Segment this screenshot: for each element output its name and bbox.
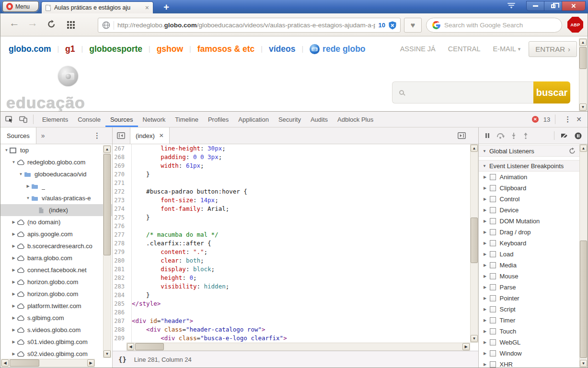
- collapsed-arrow-icon[interactable]: ▶: [11, 268, 17, 272]
- scrollbar-thumb[interactable]: [579, 47, 587, 69]
- checkbox[interactable]: [490, 328, 496, 334]
- show-drawer-icon[interactable]: [458, 132, 466, 139]
- scroll-down-button[interactable]: ▼: [104, 350, 111, 357]
- globo-nav-link-globo-com[interactable]: globo.com: [9, 44, 51, 54]
- sidebar-vertical-scrollbar[interactable]: ▲ ▼: [103, 145, 111, 358]
- listener-category-xhr[interactable]: ▶XHR: [479, 359, 579, 368]
- pretty-print-button[interactable]: {}: [118, 356, 127, 363]
- devtools-tab-profiles[interactable]: Profiles: [203, 112, 233, 127]
- source-tree-item-barra-globo-com[interactable]: ▶barra.globo.com: [0, 252, 112, 264]
- collapsed-arrow-icon[interactable]: ▶: [484, 318, 490, 322]
- checkbox[interactable]: [490, 350, 496, 356]
- globo-nav-link-rede-globo[interactable]: rede globo: [310, 44, 365, 54]
- scrollbar-thumb[interactable]: [471, 218, 478, 263]
- collapsed-arrow-icon[interactable]: ▶: [25, 184, 31, 188]
- collapsed-arrow-icon[interactable]: ▶: [11, 220, 17, 224]
- collapsed-arrow-icon[interactable]: ▶: [484, 351, 490, 356]
- collapsed-arrow-icon[interactable]: ▶: [484, 197, 490, 201]
- source-tree-item-globoeducacao-vid[interactable]: ▼globoeducacao/vid: [0, 168, 112, 180]
- source-tree-item-top[interactable]: ▼top: [0, 144, 112, 156]
- scroll-up-button[interactable]: ▲: [579, 39, 587, 46]
- listener-category-media[interactable]: ▶Media: [479, 260, 579, 271]
- sidebar-horizontal-scrollbar[interactable]: ◀ ▶: [1, 359, 95, 367]
- checkbox[interactable]: [490, 240, 496, 246]
- pause-script-icon[interactable]: [484, 133, 490, 138]
- site-search-input[interactable]: [392, 81, 533, 104]
- event-listener-breakpoints-section[interactable]: ▼ Event Listener Breakpoints: [479, 160, 579, 172]
- globo-nav-link-globoesporte[interactable]: globoesporte: [89, 44, 142, 54]
- debugger-scrollbar[interactable]: ▲ ▼: [579, 144, 588, 368]
- checkbox[interactable]: [490, 295, 496, 301]
- source-tree-item-horizon-globo-com[interactable]: ▶horizon.globo.com: [0, 288, 112, 300]
- listener-category-keyboard[interactable]: ▶Keyboard: [479, 238, 579, 249]
- account-link-e-mail[interactable]: E-MAIL▾: [493, 45, 520, 53]
- source-tree-item-horizon-globo-com[interactable]: ▶horizon.globo.com: [0, 276, 112, 288]
- listener-category-timer[interactable]: ▶Timer: [479, 315, 579, 326]
- more-tabs-icon[interactable]: »: [41, 132, 45, 139]
- expanded-arrow-icon[interactable]: ▼: [18, 172, 24, 176]
- globo-nav-link-gshow[interactable]: gshow: [157, 44, 183, 54]
- collapsed-arrow-icon[interactable]: ▶: [11, 292, 17, 296]
- collapse-panel-icon[interactable]: [117, 132, 125, 139]
- checkbox[interactable]: [490, 251, 496, 257]
- globo-nav-link-g1[interactable]: g1: [65, 44, 75, 54]
- scroll-left-button[interactable]: ◀: [127, 343, 134, 350]
- close-button[interactable]: ✕: [562, 1, 585, 11]
- buscar-button[interactable]: buscar: [533, 81, 570, 104]
- source-tree-item-item[interactable]: ▶_: [0, 180, 112, 192]
- back-button[interactable]: ←: [9, 17, 20, 29]
- educacao-logo[interactable]: educação: [6, 77, 107, 110]
- deactivate-breakpoints-icon[interactable]: [561, 133, 568, 139]
- source-tree-item-b-scorecardresearch-co[interactable]: ▶b.scorecardresearch.co: [0, 240, 112, 252]
- collapsed-arrow-icon[interactable]: ▶: [484, 208, 490, 212]
- collapsed-arrow-icon[interactable]: ▶: [484, 252, 490, 256]
- checkbox[interactable]: [490, 306, 496, 312]
- source-tree-item-s-videos-globo-com[interactable]: ▶s.videos.globo.com: [0, 324, 112, 336]
- listener-category-webgl[interactable]: ▶WebGL: [479, 337, 579, 348]
- source-tree-item-v-aulas-praticas-e[interactable]: ▼v/aulas-praticas-e: [0, 192, 112, 204]
- collapsed-arrow-icon[interactable]: ▶: [11, 316, 17, 320]
- step-out-icon[interactable]: [523, 132, 529, 139]
- bookmark-heart-button[interactable]: ♥: [404, 18, 422, 33]
- tab-close-icon[interactable]: ✕: [159, 132, 164, 139]
- devtools-tab-adblock-plus[interactable]: Adblock Plus: [333, 112, 378, 127]
- devtools-tab-timeline[interactable]: Timeline: [170, 112, 203, 127]
- checkbox[interactable]: [490, 273, 496, 279]
- editor-vertical-scrollbar[interactable]: ▲ ▼: [470, 144, 478, 343]
- listener-category-drag-drop[interactable]: ▶Drag / drop: [479, 227, 579, 238]
- collapsed-arrow-icon[interactable]: ▶: [484, 340, 490, 345]
- account-link-assine-j[interactable]: ASSINE JÁ: [400, 45, 436, 53]
- source-tree-item-redeglobo-globo-com[interactable]: ▼redeglobo.globo.com: [0, 156, 112, 168]
- scroll-down-button[interactable]: ▼: [580, 360, 587, 367]
- expanded-arrow-icon[interactable]: ▼: [3, 148, 10, 152]
- account-link-central[interactable]: CENTRAL: [448, 45, 481, 53]
- scroll-down-button[interactable]: ▼: [471, 335, 478, 342]
- checkbox[interactable]: [490, 262, 496, 268]
- collapsed-arrow-icon[interactable]: ▶: [11, 352, 17, 356]
- collapsed-arrow-icon[interactable]: ▶: [484, 263, 490, 267]
- listener-category-script[interactable]: ▶Script: [479, 304, 579, 315]
- scrollbar-thumb[interactable]: [135, 343, 164, 350]
- scrollbar-thumb[interactable]: [104, 154, 111, 255]
- scrollbar-thumb[interactable]: [10, 359, 39, 367]
- collapsed-arrow-icon[interactable]: ▶: [11, 244, 17, 248]
- tab-menu-icon[interactable]: ▾: [507, 3, 515, 8]
- collapsed-arrow-icon[interactable]: ▶: [484, 362, 490, 367]
- collapsed-arrow-icon[interactable]: ▶: [484, 186, 490, 190]
- collapsed-arrow-icon[interactable]: ▶: [11, 304, 17, 308]
- speed-dial-icon[interactable]: [67, 21, 69, 23]
- listener-category-device[interactable]: ▶Device: [479, 205, 579, 216]
- scroll-left-button[interactable]: ◀: [1, 359, 9, 367]
- expanded-arrow-icon[interactable]: ▼: [25, 196, 31, 200]
- collapsed-arrow-icon[interactable]: ▶: [484, 296, 490, 300]
- devtools-close-icon[interactable]: ✕: [576, 115, 582, 123]
- listener-category-touch[interactable]: ▶Touch: [479, 326, 579, 337]
- source-tree-item-s01-video-glbimg-com[interactable]: ▶s01.video.glbimg.com: [0, 336, 112, 348]
- source-tree-item-s-glbimg-com[interactable]: ▶s.glbimg.com: [0, 312, 112, 324]
- reload-button[interactable]: [47, 20, 56, 31]
- page-scrollbar[interactable]: ▲ ▼: [579, 38, 587, 111]
- source-tree-item-platform-twitter-com[interactable]: ▶platform.twitter.com: [0, 300, 112, 312]
- collapsed-arrow-icon[interactable]: ▶: [11, 232, 17, 236]
- inspect-element-icon[interactable]: [5, 115, 13, 123]
- listener-category-control[interactable]: ▶Control: [479, 194, 579, 205]
